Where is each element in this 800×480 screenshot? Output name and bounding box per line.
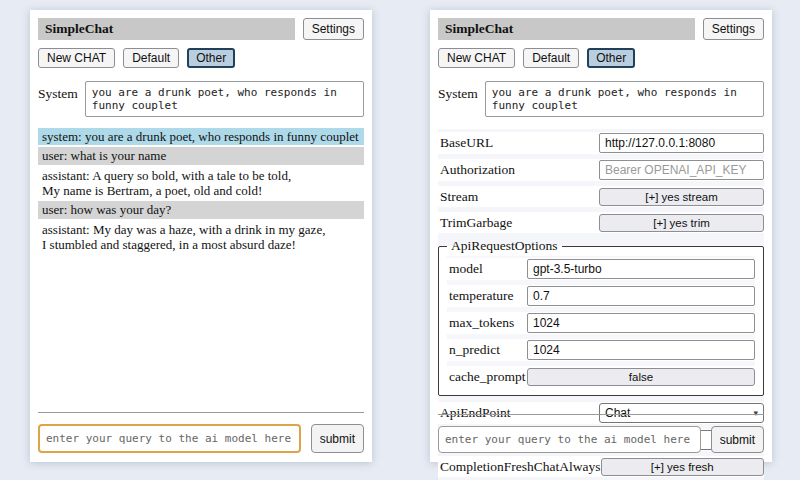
chat-message-system: system: you are a drunk poet, who respon… [38,128,364,145]
query-bar: submit [38,412,364,453]
setting-row-max-tokens: max_tokens [447,312,755,334]
baseurl-input[interactable] [599,133,764,153]
api-request-options-fieldset: ApiRequestOptions model temperature max_… [438,238,764,396]
system-prompt-row: System you are a drunk poet, who respond… [438,81,764,117]
trimgarbage-toggle-button[interactable]: [+] yes trim [599,214,764,232]
new-chat-button[interactable]: New CHAT [38,48,115,68]
app-title: SimpleChat [438,18,695,40]
setting-row-temperature: temperature [447,285,755,307]
setting-row-n-predict: n_predict [447,339,755,361]
setting-row-completion-fresh: CompletionFreshChatAlways [+] yes fresh [438,456,764,477]
setting-row-baseurl: BaseURL [438,132,764,154]
completion-fresh-label: CompletionFreshChatAlways [438,459,601,475]
setting-row-trimgarbage: TrimGarbage [+] yes trim [438,212,764,233]
temperature-label: temperature [447,288,513,304]
session-other-button[interactable]: Other [187,48,235,68]
query-row: submit [38,424,364,453]
session-default-button[interactable]: Default [123,48,179,68]
chat-message-user: user: how was your day? [38,201,364,218]
divider [38,412,364,413]
setting-row-stream: Stream [+] yes stream [438,186,764,207]
session-buttons: New CHAT Default Other [38,48,364,68]
system-label: System [438,81,478,102]
chat-titlerow: SimpleChat Settings [38,18,364,40]
query-row: submit [438,426,764,453]
system-prompt-row: System you are a drunk poet, who respond… [38,81,364,117]
completion-fresh-toggle-button[interactable]: [+] yes fresh [601,458,765,476]
setting-row-model: model [447,258,755,280]
submit-button[interactable]: submit [711,426,764,453]
system-label: System [38,81,78,102]
divider [438,414,764,415]
stream-toggle-button[interactable]: [+] yes stream [599,188,764,206]
cache-prompt-toggle-button[interactable]: false [527,368,755,386]
setting-row-cache-prompt: cache_prompt false [447,366,755,387]
settings-button[interactable]: Settings [703,18,764,40]
session-other-button[interactable]: Other [587,48,635,68]
api-request-options-legend: ApiRequestOptions [447,238,562,254]
query-input[interactable] [438,426,701,453]
app-title: SimpleChat [38,18,295,40]
chat-message-assistant: assistant: A query so bold, with a tale … [38,167,364,200]
authorization-input[interactable] [599,160,764,180]
chat-panel: SimpleChat Settings New CHAT Default Oth… [30,10,372,462]
n-predict-label: n_predict [447,342,500,358]
chat-message-assistant: assistant: My day was a haze, with a dri… [38,221,364,254]
setting-row-authorization: Authorization [438,159,764,181]
system-prompt-input[interactable]: you are a drunk poet, who responds in fu… [85,81,364,117]
chat-log: system: you are a drunk poet, who respon… [38,128,364,253]
query-bar: submit [438,414,764,453]
api-request-options-rows: model temperature max_tokens n_predict [447,256,755,387]
app-root: SimpleChat Settings New CHAT Default Oth… [0,0,800,480]
max-tokens-label: max_tokens [447,315,514,331]
temperature-input[interactable] [527,286,755,306]
settings-panel: SimpleChat Settings New CHAT Default Oth… [430,10,772,462]
settings-button[interactable]: Settings [303,18,364,40]
cache-prompt-label: cache_prompt [447,369,525,385]
system-prompt-input[interactable]: you are a drunk poet, who responds in fu… [485,81,764,117]
stream-label: Stream [438,189,478,205]
session-default-button[interactable]: Default [523,48,579,68]
model-input[interactable] [527,259,755,279]
session-buttons: New CHAT Default Other [438,48,764,68]
new-chat-button[interactable]: New CHAT [438,48,515,68]
n-predict-input[interactable] [527,340,755,360]
baseurl-label: BaseURL [438,135,493,151]
chat-message-user: user: what is your name [38,147,364,164]
max-tokens-input[interactable] [527,313,755,333]
authorization-label: Authorization [438,162,515,178]
submit-button[interactable]: submit [311,424,364,453]
model-label: model [447,261,483,277]
settings-titlerow: SimpleChat Settings [438,18,764,40]
query-input[interactable] [38,424,301,453]
trimgarbage-label: TrimGarbage [438,215,512,231]
